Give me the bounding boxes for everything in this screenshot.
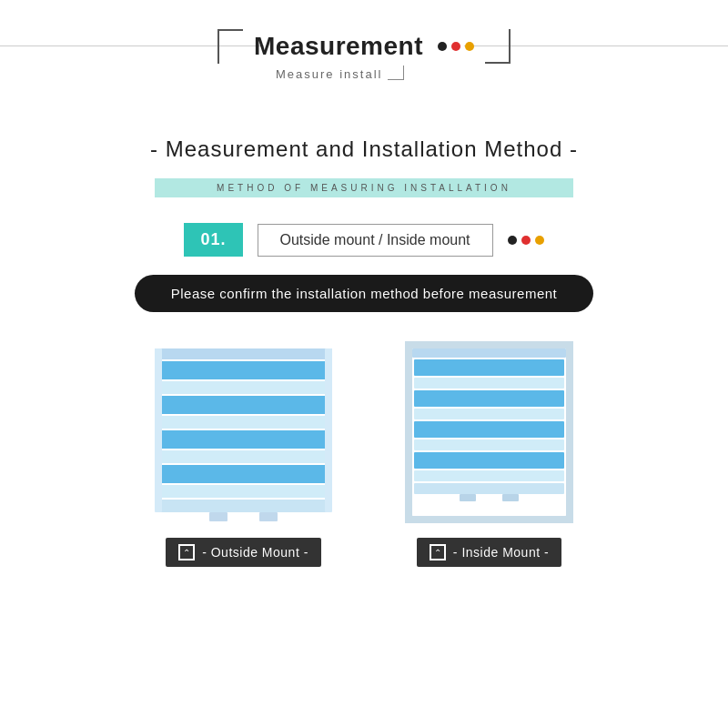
svg-rect-23 [414,390,564,407]
svg-rect-21 [414,359,564,376]
step-label: Outside mount / Inside mount [258,224,493,257]
svg-rect-13 [325,348,332,512]
bracket-left-icon [217,29,243,64]
inside-mount-label-row: ⌃ - Inside Mount - [417,538,561,567]
svg-rect-9 [159,500,328,512]
outside-mount-label: - Outside Mount - [202,545,308,560]
step-dots [508,236,544,245]
svg-rect-3 [159,396,328,414]
confirm-banner: Please confirm the installation method b… [135,275,594,312]
svg-rect-31 [502,494,519,501]
outside-mount-label-row: ⌃ - Outside Mount - [166,538,321,567]
svg-rect-30 [460,494,476,501]
subtitle-bracket-icon [388,66,404,80]
outside-blind-svg [155,341,332,523]
svg-rect-2 [159,381,328,394]
dot-yellow-icon [465,42,474,51]
subtitle-bar: METHOD OF MEASURING INSTALLATION [155,178,573,197]
outside-mount-chevron-icon: ⌃ [178,544,195,560]
step-dot-yellow-icon [535,236,544,245]
step-dot-red-icon [521,236,531,245]
header-box: Measurement Measure install [217,29,511,81]
svg-rect-4 [159,416,328,429]
header-section: Measurement Measure install [0,0,728,109]
outside-mount-item: ⌃ - Outside Mount - [155,341,332,567]
inside-mount-label: - Inside Mount - [453,545,549,560]
svg-rect-6 [159,450,328,463]
dot-black-icon [438,42,447,51]
inside-blind-svg [405,341,573,523]
svg-rect-0 [155,348,332,359]
svg-rect-19 [566,341,573,523]
svg-rect-25 [414,421,564,438]
inside-mount-illustration [405,341,573,523]
header-dots [438,42,474,51]
svg-rect-1 [159,361,328,379]
header-title-wrapper: Measurement [217,29,511,64]
step-badge: 01. [184,223,242,257]
svg-rect-5 [159,430,328,449]
svg-rect-27 [414,452,564,469]
svg-rect-8 [159,485,328,498]
main-heading: - Measurement and Installation Method - [0,136,728,162]
inside-mount-item: ⌃ - Inside Mount - [405,341,573,567]
svg-rect-7 [159,465,328,483]
svg-rect-28 [414,470,564,481]
svg-rect-18 [405,341,412,523]
inside-mount-chevron-icon: ⌃ [430,544,446,560]
svg-rect-20 [412,348,566,358]
svg-rect-24 [414,409,564,419]
step-row: 01. Outside mount / Inside mount [0,223,728,257]
svg-rect-16 [405,341,573,348]
svg-rect-12 [155,348,162,512]
step-dot-black-icon [508,236,517,245]
outside-mount-illustration [155,341,332,523]
svg-rect-10 [209,512,228,521]
svg-rect-11 [259,512,278,521]
svg-rect-26 [414,439,564,450]
bracket-right-icon [485,29,511,64]
confirm-banner-wrapper: Please confirm the installation method b… [0,275,728,312]
header-subtitle: Measure install [276,67,382,81]
svg-rect-29 [414,483,564,494]
header-title: Measurement [254,32,423,61]
dot-red-icon [451,42,460,51]
images-section: ⌃ - Outside Mount - [0,341,728,567]
svg-rect-22 [414,378,564,389]
svg-rect-17 [405,516,573,523]
